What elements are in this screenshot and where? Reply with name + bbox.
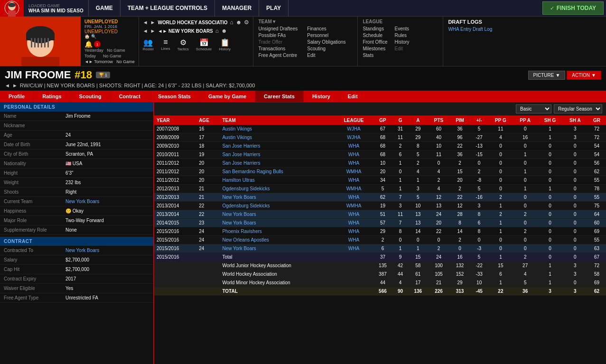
personnel[interactable]: Personnel [307, 33, 345, 38]
cell-pim: 28 [449, 210, 470, 219]
cell-team[interactable]: Ogdensburg Sidekicks [220, 185, 335, 193]
salary-obligations[interactable]: Salary Obligations [307, 39, 345, 45]
tab-game-by-game[interactable]: Game by Game [200, 91, 255, 102]
right-arrow[interactable]: ► [150, 19, 156, 25]
finances[interactable]: Finances [307, 26, 345, 31]
cell-league[interactable]: WHA [335, 193, 373, 202]
home-icon2[interactable]: ⌂ [230, 19, 233, 26]
person-icon2[interactable]: ☻ [221, 28, 227, 34]
standings[interactable]: Standings [363, 26, 387, 31]
lines-icon[interactable]: ≡ Lines [161, 38, 170, 51]
cell-team[interactable]: San Bernardino Raging Bulls [220, 168, 335, 176]
prev-player-arrow[interactable]: ◄ [5, 83, 10, 88]
events[interactable]: Events [394, 26, 409, 31]
cell-team[interactable]: New York Boars [220, 193, 335, 202]
game-menu[interactable]: GAME [89, 0, 121, 17]
next-player-arrow[interactable]: ► [12, 83, 18, 88]
details-panel: PERSONAL DETAILS Name Jim Froome Nicknam… [0, 103, 154, 364]
team-league-menu[interactable]: TEAM + LEAGUE CONTROLS [121, 0, 215, 17]
cell-league[interactable]: WJHA [335, 125, 373, 133]
transactions[interactable]: Transactions [258, 46, 298, 51]
stats-season-select[interactable]: Regular Season Playoffs [554, 104, 602, 113]
league-stats[interactable]: Stats [363, 53, 387, 58]
svg-rect-9 [26, 33, 55, 40]
tab-contract[interactable]: Contract [111, 91, 149, 102]
cell-a: 1 [408, 176, 428, 185]
cell-league[interactable]: WMHA [335, 168, 373, 176]
cell-year [154, 270, 196, 279]
cell-league[interactable]: WHA [335, 150, 373, 159]
manager-menu[interactable]: MANAGER [215, 0, 259, 17]
cell-shg: 0 [537, 168, 563, 176]
roster-icon[interactable]: 👥 Roster [143, 38, 154, 51]
cell-league[interactable]: WHA [335, 236, 373, 244]
cell-team[interactable]: New Orleans Apostles [220, 236, 335, 244]
tab-scouting[interactable]: Scouting [71, 91, 111, 102]
cell-shg: 0 [537, 142, 563, 150]
cell-team[interactable]: New York Boars [220, 244, 335, 253]
right-arrow2[interactable]: ► [150, 28, 156, 34]
cell-team[interactable]: Austin Vikings [220, 133, 335, 142]
notification-icon[interactable]: 🔔 [84, 40, 93, 48]
cell-year: 2012/2013 [154, 193, 196, 202]
rules[interactable]: Rules [394, 33, 409, 38]
play-menu[interactable]: PLAY [259, 0, 289, 17]
action-button[interactable]: ACTION ▼ [567, 71, 601, 80]
left-arrow2[interactable]: ◄ [143, 28, 148, 34]
cell-league[interactable]: WHA [335, 244, 373, 253]
cell-league[interactable]: WMHA [335, 202, 373, 210]
cell-pim: 36 [449, 125, 470, 133]
cell-team[interactable]: San Jose Harriers [220, 159, 335, 168]
cell-league[interactable]: WMHA [335, 185, 373, 193]
cell-league[interactable]: WJHA [335, 133, 373, 142]
cell-team[interactable]: Ogdensburg Sidekicks [220, 202, 335, 210]
cell-year [154, 287, 196, 296]
cell-league[interactable]: WHA [335, 176, 373, 185]
search-icon[interactable]: 🔍 [91, 34, 96, 39]
cell-team[interactable]: San Jose Harriers [220, 150, 335, 159]
home-icon3[interactable]: ⌂ [215, 28, 219, 34]
history-icon[interactable]: 📋 History [219, 38, 231, 51]
possible-fas[interactable]: Possible FAs [258, 33, 298, 38]
cell-shg: 1 [537, 270, 563, 279]
tab-profile[interactable]: Profile [0, 91, 34, 102]
left-arrow[interactable]: ◄ [143, 19, 148, 25]
col-a: A [408, 116, 428, 125]
cell-team[interactable]: Phoenix Ravishers [220, 227, 335, 236]
tab-history[interactable]: History [304, 91, 339, 102]
finish-today-button[interactable]: ✓ FINISH TODAY [542, 1, 604, 15]
cell-league[interactable]: WHA [335, 219, 373, 227]
cell-league[interactable]: WHA [335, 210, 373, 219]
gear-icon[interactable]: ⚙ [244, 19, 249, 26]
schedule-icon[interactable]: 📅 Schedule [196, 38, 212, 51]
unsigned-draftees[interactable]: Unsigned Draftees [258, 26, 298, 31]
tab-career-stats[interactable]: Career Stats [255, 91, 304, 102]
cell-team[interactable]: Austin Vikings [220, 125, 335, 133]
cell-league[interactable]: WHA [335, 159, 373, 168]
tab-edit[interactable]: Edit [339, 91, 366, 102]
tab-ratings[interactable]: Ratings [34, 91, 70, 102]
scouting[interactable]: Scouting [307, 46, 345, 51]
milestones[interactable]: Milestones [363, 46, 387, 51]
cell-team[interactable]: New York Boars [220, 210, 335, 219]
draft-logs-link[interactable]: WHA Entry Draft Log [448, 27, 510, 32]
team-edit[interactable]: Edit [307, 53, 345, 58]
col-team: TEAM [220, 116, 335, 125]
stats-type-select[interactable]: Basic Advanced [516, 104, 551, 113]
free-agent-centre[interactable]: Free Agent Centre [258, 53, 298, 58]
cell-pts: 0 [428, 236, 450, 244]
cell-team[interactable]: New York Boars [220, 219, 335, 227]
tactics-icon[interactable]: ⚙ Tactics [177, 38, 188, 51]
cell-gr: 69 [587, 227, 606, 236]
tab-season-stats[interactable]: Season Stats [149, 91, 200, 102]
person-icon[interactable]: ☻ [236, 19, 242, 26]
league-history[interactable]: History [394, 39, 409, 45]
front-office[interactable]: Front Office [363, 39, 387, 45]
cell-league[interactable]: WHA [335, 142, 373, 150]
league-schedule[interactable]: Schedule [363, 33, 387, 38]
cell-team: World Minor Hockey Association [220, 279, 335, 287]
cell-team[interactable]: San Jose Harriers [220, 142, 335, 150]
picture-button[interactable]: PICTURE ▼ [528, 71, 566, 80]
cell-league[interactable]: WHA [335, 227, 373, 236]
cell-team[interactable]: Hamilton Ultras [220, 176, 335, 185]
